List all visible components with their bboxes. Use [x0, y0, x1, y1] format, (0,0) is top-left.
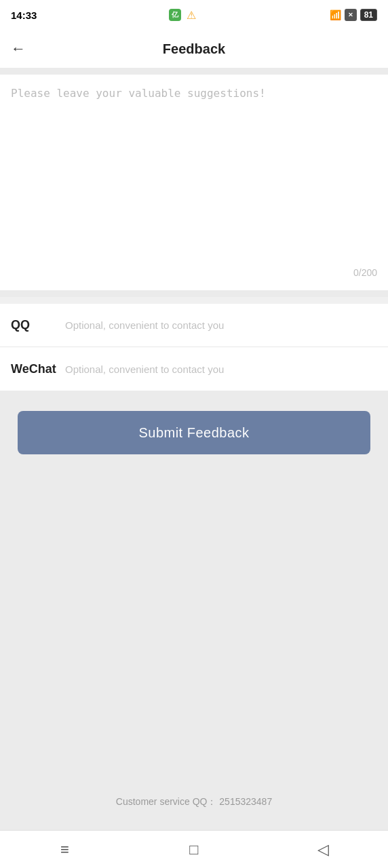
feedback-section: 0/200	[0, 75, 388, 290]
nav-back-button[interactable]: ◁	[258, 831, 388, 868]
back-nav-icon: ◁	[317, 841, 329, 859]
contact-section: QQ WeChat	[0, 304, 388, 391]
battery-level: 81	[360, 9, 377, 21]
qq-input[interactable]	[65, 319, 377, 331]
warning-icon: ⚠	[185, 9, 197, 21]
home-square-icon: □	[189, 841, 198, 859]
wechat-input[interactable]	[65, 363, 377, 375]
footer-customer-service: Customer service QQ： 2515323487	[116, 785, 272, 816]
char-count: 0/200	[11, 264, 377, 285]
bottom-nav: ≡ □ ◁	[0, 830, 388, 868]
wechat-label: WeChat	[11, 362, 65, 376]
status-bar: 14:33 亿 ⚠ 📶 ✕ 81	[0, 0, 388, 30]
battery-x-icon: ✕	[345, 9, 357, 21]
status-time: 14:33	[11, 9, 37, 21]
nav-home-button[interactable]: □	[130, 831, 259, 868]
page-title: Feedback	[11, 41, 377, 57]
wifi-icon: 📶	[330, 9, 341, 20]
submit-section: Submit Feedback Customer service QQ： 251…	[0, 391, 388, 830]
back-button[interactable]: ←	[11, 40, 26, 58]
back-arrow-icon: ←	[11, 40, 26, 58]
menu-icon: ≡	[60, 841, 69, 859]
nav-menu-button[interactable]: ≡	[0, 831, 130, 868]
status-left-icons: 亿 ⚠	[169, 9, 197, 21]
submit-feedback-button[interactable]: Submit Feedback	[18, 411, 370, 454]
qq-label: QQ	[11, 318, 65, 332]
qq-row: QQ	[0, 304, 388, 347]
feedback-textarea[interactable]	[11, 85, 377, 262]
middle-divider	[0, 290, 388, 297]
wechat-row: WeChat	[0, 347, 388, 391]
header: ← Feedback	[0, 30, 388, 68]
status-right-icons: 📶 ✕ 81	[330, 9, 377, 21]
top-divider	[0, 68, 388, 75]
app-icon-green: 亿	[169, 9, 181, 21]
